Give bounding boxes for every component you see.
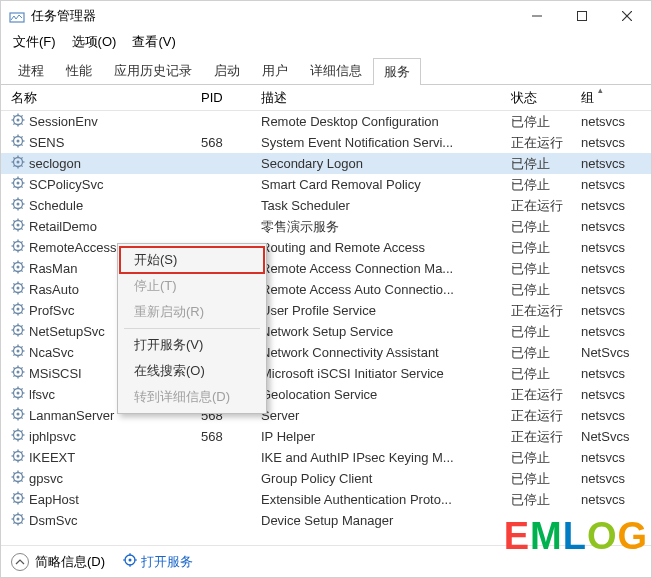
table-row[interactable]: LanmanServer568Server正在运行netsvcs [1,405,651,426]
service-name: lfsvc [29,387,55,402]
service-desc: Remote Access Auto Connectio... [261,282,511,297]
service-name: RemoteAccess [29,240,116,255]
menubar: 文件(F) 选项(O) 查看(V) [1,31,651,53]
service-status: 已停止 [511,365,581,383]
svg-line-54 [13,207,14,208]
table-row[interactable]: ScheduleTask Scheduler正在运行netsvcs [1,195,651,216]
service-name: SessionEnv [29,114,98,129]
table-row[interactable]: NetSetupSvcNetwork Setup Service已停止netsv… [1,321,651,342]
table-row[interactable]: MSiSCSIMicrosoft iSCSI Initiator Service… [1,363,651,384]
ctx-start[interactable]: 开始(S) [120,247,264,273]
table-row[interactable]: SENS568System Event Notification Servi..… [1,132,651,153]
svg-line-112 [21,333,22,334]
svg-line-31 [13,157,14,158]
watermark-logo: EMLOG [504,515,648,558]
svg-line-203 [21,514,22,515]
service-group: netsvcs [581,114,651,129]
svg-line-114 [13,333,14,334]
table-row[interactable]: iphlpsvc568IP Helper正在运行NetSvcs [1,426,651,447]
tab-启动[interactable]: 启动 [203,57,251,84]
svg-line-171 [13,451,14,452]
tab-详细信息[interactable]: 详细信息 [299,57,373,84]
gear-icon [11,134,25,151]
service-status: 已停止 [511,470,581,488]
service-group: NetSvcs [581,429,651,444]
svg-line-184 [13,480,14,481]
table-row[interactable]: lfsvc568Geolocation Service正在运行netsvcs [1,384,651,405]
table-row[interactable]: SessionEnvRemote Desktop Configuration已停… [1,111,651,132]
ctx-open-services[interactable]: 打开服务(V) [120,332,264,358]
service-group: netsvcs [581,177,651,192]
open-services-link[interactable]: 打开服务 [123,553,193,571]
svg-line-121 [13,346,14,347]
services-list-area: 名称 PID 描述 状态 组 ▴ SessionEnvRemote Deskto… [1,85,651,545]
minimize-button[interactable] [514,1,559,31]
service-group: netsvcs [581,450,651,465]
svg-point-176 [17,476,20,479]
gear-icon [11,365,25,382]
svg-point-166 [17,455,20,458]
service-name: NetSetupSvc [29,324,105,339]
svg-line-204 [13,522,14,523]
svg-line-161 [13,430,14,431]
maximize-button[interactable] [559,1,604,31]
table-row[interactable]: RemoteAccessRouting and Remote Access已停止… [1,237,651,258]
tab-性能[interactable]: 性能 [55,57,103,84]
table-row[interactable]: IKEEXTIKE and AuthIP IPsec Keying M...已停… [1,447,651,468]
svg-rect-2 [577,12,586,21]
svg-line-134 [13,375,14,376]
svg-line-92 [21,291,22,292]
table-row[interactable]: RasAutoRemote Access Auto Connectio...已停… [1,279,651,300]
tab-用户[interactable]: 用户 [251,57,299,84]
svg-line-173 [21,451,22,452]
table-row[interactable]: RasManRemote Access Connection Ma...已停止n… [1,258,651,279]
svg-line-13 [21,115,22,116]
svg-point-96 [17,308,20,311]
service-desc: System Event Notification Servi... [261,135,511,150]
table-row[interactable]: NcaSvcNetwork Connectivity Assistant已停止N… [1,342,651,363]
close-button[interactable] [604,1,649,31]
menu-view[interactable]: 查看(V) [126,31,181,53]
titlebar[interactable]: 任务管理器 [1,1,651,31]
svg-line-182 [21,480,22,481]
tab-进程[interactable]: 进程 [7,57,55,84]
svg-point-56 [17,224,20,227]
header-desc[interactable]: 描述 [261,89,511,107]
table-row[interactable]: ProfSvc568User Profile Service正在运行netsvc… [1,300,651,321]
svg-line-123 [21,346,22,347]
gear-icon [11,449,25,466]
column-headers[interactable]: 名称 PID 描述 状态 组 ▴ [1,85,651,111]
svg-point-136 [17,392,20,395]
service-rows[interactable]: SessionEnvRemote Desktop Configuration已停… [1,111,651,545]
service-status: 已停止 [511,113,581,131]
tab-应用历史记录[interactable]: 应用历史记录 [103,57,203,84]
service-name: gpsvc [29,471,63,486]
header-status[interactable]: 状态 [511,89,581,107]
service-status: 正在运行 [511,134,581,152]
ctx-search-online[interactable]: 在线搜索(O) [120,358,264,384]
gear-icon [11,260,25,277]
gear-icon [11,239,25,256]
table-row[interactable]: SCPolicySvcSmart Card Removal Policy已停止n… [1,174,651,195]
svg-line-181 [13,472,14,473]
svg-line-22 [21,144,22,145]
table-row[interactable]: RetailDemo零售演示服务已停止netsvcs [1,216,651,237]
menu-file[interactable]: 文件(F) [7,31,62,53]
menu-options[interactable]: 选项(O) [66,31,123,53]
svg-point-46 [17,203,20,206]
window-controls [514,1,649,31]
fewer-details-toggle[interactable]: 简略信息(D) [11,553,105,571]
service-desc: Remote Desktop Configuration [261,114,511,129]
tab-服务[interactable]: 服务 [373,58,421,85]
header-group[interactable]: 组 ▴ [581,89,635,107]
table-row[interactable]: gpsvcGroup Policy Client已停止netsvcs [1,468,651,489]
table-row[interactable]: EapHostExtensible Authentication Proto..… [1,489,651,510]
table-row[interactable]: seclogonSecondary Logon已停止netsvcs [1,153,651,174]
service-desc: Remote Access Connection Ma... [261,261,511,276]
service-status: 正在运行 [511,428,581,446]
svg-line-143 [21,388,22,389]
services-icon [123,553,137,570]
header-name[interactable]: 名称 [1,89,201,107]
ctx-restart: 重新启动(R) [120,299,264,325]
header-pid[interactable]: PID [201,90,261,105]
